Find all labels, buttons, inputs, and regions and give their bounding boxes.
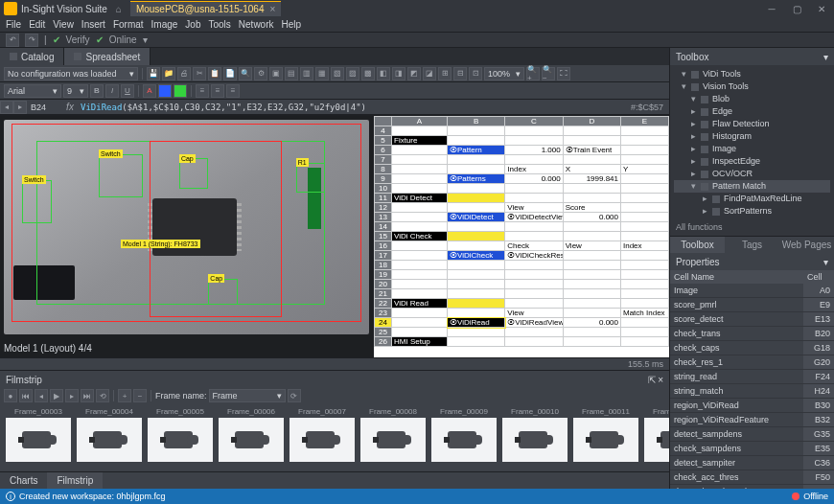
- cell-E26[interactable]: [621, 337, 669, 347]
- row-12[interactable]: 12: [375, 203, 392, 213]
- cell-B26[interactable]: [448, 337, 505, 347]
- cell-B21[interactable]: [448, 289, 505, 299]
- tree-blob[interactable]: ▾Blob: [674, 93, 830, 105]
- cell-D9[interactable]: 1999.841: [563, 174, 620, 184]
- cell-E18[interactable]: [621, 261, 669, 270]
- row-15[interactable]: 15: [375, 232, 392, 241]
- close-tab-icon[interactable]: ×: [269, 4, 275, 14]
- cell-E24[interactable]: [621, 318, 669, 328]
- sidetab-toolbox[interactable]: Toolbox: [670, 237, 725, 253]
- menu-edit[interactable]: Edit: [29, 19, 45, 30]
- filmstrip-pin-icon[interactable]: ⇱: [648, 375, 656, 385]
- cell-B15[interactable]: [448, 232, 505, 241]
- menu-file[interactable]: File: [6, 19, 21, 30]
- cell-A26[interactable]: HMI Setup: [392, 337, 448, 347]
- thumb-Frame_00007[interactable]: Frame_00007: [290, 407, 355, 468]
- underline-button[interactable]: U: [121, 84, 134, 98]
- verify-label[interactable]: Verify: [66, 34, 90, 45]
- cell-D18[interactable]: [563, 261, 620, 270]
- tree-findpatmaxredline[interactable]: ▸FindPatMaxRedLine: [674, 193, 830, 205]
- sidetab-web-pages[interactable]: Web Pages: [779, 237, 834, 253]
- cell-D10[interactable]: [563, 184, 620, 194]
- font-selector[interactable]: Arial ▾: [4, 84, 61, 98]
- cell-D5[interactable]: [563, 136, 620, 146]
- cell-C15[interactable]: [505, 232, 563, 241]
- cell-D21[interactable]: [563, 289, 620, 299]
- row-22[interactable]: 22: [375, 299, 392, 309]
- cell-E9[interactable]: [621, 174, 669, 184]
- toolbar-btn-2[interactable]: 🖨: [177, 67, 191, 80]
- cell-C14[interactable]: [505, 222, 563, 232]
- bold-button[interactable]: B: [90, 84, 104, 98]
- cell-B13[interactable]: ⦿ViDiDetect: [448, 213, 505, 222]
- fs-next-button[interactable]: ▸: [65, 389, 79, 402]
- cell-B11[interactable]: [448, 194, 505, 203]
- prop-row-check_trans[interactable]: check_transB20: [670, 327, 834, 341]
- cell-A18[interactable]: [392, 261, 448, 270]
- filmstrip-close-icon[interactable]: ×: [658, 375, 663, 385]
- menu-job[interactable]: Job: [185, 19, 200, 30]
- row-6[interactable]: 6: [375, 146, 392, 155]
- row-20[interactable]: 20: [375, 280, 392, 289]
- col-A[interactable]: A: [392, 117, 448, 126]
- cell-B14[interactable]: [448, 222, 505, 232]
- fs-add-button[interactable]: +: [118, 389, 131, 402]
- cell-A7[interactable]: [392, 155, 448, 165]
- fontsize-selector[interactable]: 9 ▾: [63, 84, 88, 98]
- cell-A16[interactable]: [392, 241, 448, 251]
- cell-B17[interactable]: ⦿ViDiCheck: [448, 251, 505, 261]
- cell-D22[interactable]: [563, 299, 620, 309]
- cell-C24[interactable]: ⦿ViDiReadView: [505, 318, 563, 328]
- undo-icon[interactable]: ↶: [6, 34, 19, 47]
- cell-C11[interactable]: [505, 194, 563, 203]
- cell-B12[interactable]: [448, 203, 505, 213]
- cell-C22[interactable]: [505, 299, 563, 309]
- prop-row-score_detect[interactable]: score_detectE13: [670, 312, 834, 327]
- sidetab-tags[interactable]: Tags: [725, 237, 779, 253]
- tree-vision-tools[interactable]: ▾Vision Tools: [674, 80, 830, 93]
- zoom-selector[interactable]: 100%▾: [484, 67, 524, 80]
- cell-E22[interactable]: [621, 299, 669, 309]
- cell-E16[interactable]: Index: [621, 241, 669, 251]
- toolbar-btn-15[interactable]: ◧: [377, 67, 390, 80]
- cell-D24[interactable]: 0.000: [563, 318, 620, 328]
- cell-D12[interactable]: Score: [563, 203, 620, 213]
- prop-row-check_acc_thres[interactable]: check_acc_thresF50: [670, 470, 834, 485]
- row-18[interactable]: 18: [375, 261, 392, 270]
- toolbar-btn-0[interactable]: 💾: [147, 67, 160, 80]
- cell-C4[interactable]: [505, 126, 563, 136]
- fill-color-button-2[interactable]: [174, 84, 187, 98]
- cell-A19[interactable]: [392, 270, 448, 280]
- cell-A22[interactable]: ViDi Read: [392, 299, 448, 309]
- online-dropdown-icon[interactable]: ▾: [143, 34, 148, 45]
- config-selector[interactable]: No configuration was loaded ▾: [4, 67, 138, 80]
- menu-tools[interactable]: Tools: [208, 19, 230, 30]
- cell-A8[interactable]: [392, 165, 448, 174]
- cell-E6[interactable]: [621, 146, 669, 155]
- cell-B10[interactable]: [448, 184, 505, 194]
- cell-D8[interactable]: X: [563, 165, 620, 174]
- cell-E14[interactable]: [621, 222, 669, 232]
- tree-ocv-ocr[interactable]: ▸OCV/OCR: [674, 168, 830, 180]
- toolbar-btn-3[interactable]: ✂: [193, 67, 206, 80]
- fill-color-button[interactable]: [158, 84, 172, 98]
- toolbar-btn-21[interactable]: ⊡: [469, 67, 482, 80]
- fs-loop-button[interactable]: ⟲: [96, 389, 109, 402]
- tree-histogram[interactable]: ▸Histogram: [674, 130, 830, 143]
- prop-row-check_caps[interactable]: check_capsG18: [670, 341, 834, 355]
- cell-E12[interactable]: [621, 203, 669, 213]
- cell-E25[interactable]: [621, 328, 669, 337]
- properties-table[interactable]: Cell Name Cell ImageA0score_pmrlE9score_…: [670, 270, 834, 489]
- menu-view[interactable]: View: [53, 19, 74, 30]
- cell-E7[interactable]: [621, 155, 669, 165]
- cell-D13[interactable]: 0.000: [563, 213, 620, 222]
- prop-row-region_ViDiRead[interactable]: region_ViDiReadB30: [670, 399, 834, 413]
- home-icon[interactable]: ⌂: [113, 3, 125, 14]
- cell-E10[interactable]: [621, 184, 669, 194]
- align-right-button[interactable]: ≡: [226, 84, 240, 98]
- prop-row-string_read[interactable]: string_readF24: [670, 370, 834, 384]
- thumb-Frame_00008[interactable]: Frame_00008: [360, 407, 426, 468]
- toolbar-btn-16[interactable]: ◨: [392, 67, 405, 80]
- cell-D19[interactable]: [563, 270, 620, 280]
- cell-D17[interactable]: [563, 251, 620, 261]
